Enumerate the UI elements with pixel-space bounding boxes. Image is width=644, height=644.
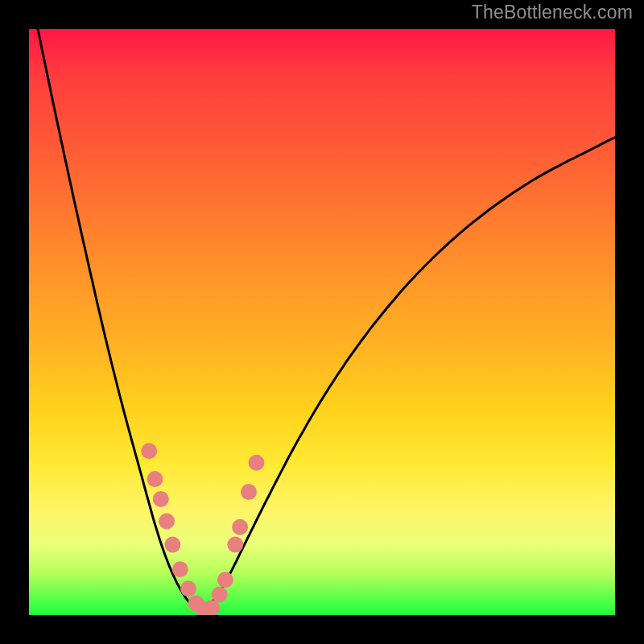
curve-svg	[29, 29, 615, 615]
highlight-dot	[141, 443, 157, 459]
highlight-dot	[227, 537, 243, 553]
highlight-dot	[249, 455, 265, 471]
highlight-dot	[232, 519, 248, 535]
chart-frame: TheBottleneck.com	[0, 0, 644, 644]
highlight-dots	[141, 443, 264, 615]
highlight-dot	[172, 561, 188, 577]
plot-area	[29, 29, 615, 615]
highlight-dot	[159, 514, 175, 530]
watermark-text: TheBottleneck.com	[472, 2, 633, 23]
highlight-dot	[241, 484, 257, 500]
curve-left-branch	[38, 29, 202, 612]
highlight-dot	[217, 572, 233, 588]
highlight-dot	[180, 580, 196, 597]
highlight-dot	[147, 471, 163, 487]
curve-right-branch	[202, 138, 615, 613]
highlight-dot	[164, 537, 180, 553]
highlight-dot	[153, 491, 169, 507]
highlight-dot	[212, 587, 228, 603]
